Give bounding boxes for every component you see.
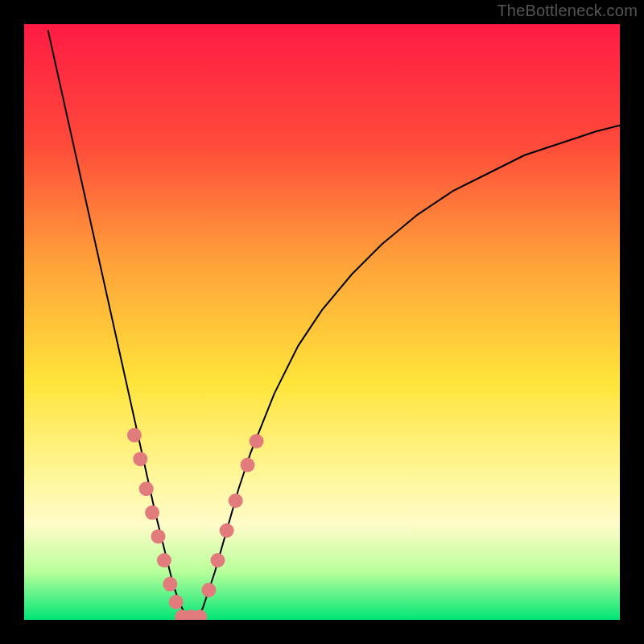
data-point bbox=[127, 428, 142, 443]
data-point bbox=[241, 458, 255, 473]
data-point bbox=[157, 553, 171, 568]
data-point bbox=[139, 481, 154, 496]
data-point bbox=[163, 577, 177, 592]
data-point bbox=[201, 583, 216, 597]
data-point bbox=[229, 493, 243, 508]
data-point bbox=[250, 434, 264, 448]
chart-svg bbox=[24, 24, 620, 620]
plot-area bbox=[24, 24, 620, 620]
data-point bbox=[211, 553, 225, 568]
data-point bbox=[145, 506, 159, 520]
series-left-curve bbox=[48, 30, 192, 620]
data-points-group bbox=[127, 428, 264, 620]
data-point bbox=[133, 452, 147, 466]
data-point bbox=[169, 595, 184, 609]
data-point bbox=[220, 523, 234, 538]
data-point bbox=[151, 529, 166, 543]
watermark-text: TheBottleneck.com bbox=[497, 2, 638, 20]
series-right-curve bbox=[197, 126, 620, 620]
chart-stage: TheBottleneck.com bbox=[0, 0, 644, 644]
